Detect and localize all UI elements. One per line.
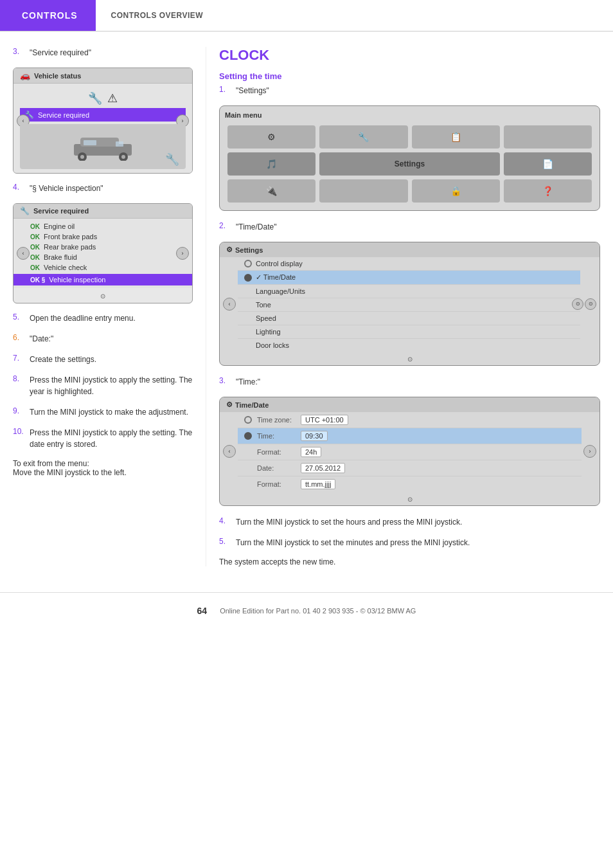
screen-service-list: 🔧 Service required ‹ › OK Engine oil OK … (13, 203, 193, 303)
timedate-gear-icon: ⚙ (226, 401, 233, 409)
menu-icon-9: 🔌 (227, 179, 315, 203)
service-item-1: OK Front brake pads (30, 231, 186, 242)
service-required-row: 🔧 Service required (20, 108, 186, 122)
step-7-num: 7. (13, 354, 26, 363)
ok-3: OK (30, 254, 40, 261)
step-8-num: 8. (13, 374, 26, 383)
timedate-row-format1: Format: 24h (238, 444, 582, 460)
spacer-lighting (244, 328, 252, 336)
service-item-3: OK Brake fluid (30, 252, 186, 262)
menu-icon-5: 🎵 (227, 152, 315, 176)
service-required-label: Service required (38, 111, 89, 119)
right-step-3: 3. "Time:" (219, 376, 600, 388)
screen-vehicle-status: 🚗 Vehicle status ‹ › 🔧 ⚠ 🔧 Service requi… (13, 68, 193, 174)
ok-1: OK (30, 233, 40, 240)
svg-rect-7 (84, 140, 96, 145)
main-content: 3. "Service required" 🚗 Vehicle status ‹… (0, 47, 613, 566)
ok-2: OK (30, 244, 40, 251)
step-3-text: "Service required" (30, 47, 91, 59)
service-item-4: OK Vehicle check (30, 262, 186, 273)
format1-value: 24h (301, 447, 321, 457)
settings-item-control-display: Control display (238, 257, 580, 271)
right-step-3-text: "Time:" (236, 376, 260, 388)
screen-main-menu: Main menu ⚙ 🔧 📋 🎵 Settings 📄 🔌 🔒 (219, 105, 600, 211)
service-label-4: Vehicle check (44, 264, 87, 271)
settings-item-speed: Speed (238, 312, 580, 325)
tab-controls[interactable]: CONTROLS (4, 0, 96, 31)
timedate-row-time: Time: 09:30 (238, 428, 582, 444)
right-step-1-num: 1. (219, 85, 232, 94)
radio-timezone (244, 416, 252, 424)
timedate-screen-title: Time/Date (235, 401, 269, 409)
step-4-num: 4. (13, 183, 26, 192)
timedate-nav-left[interactable]: ‹ (223, 445, 236, 458)
tab-overview[interactable]: CONTROLS OVERVIEW (96, 0, 219, 31)
screen1-title-bar: 🚗 Vehicle status (13, 68, 192, 84)
step-5-num: 5. (13, 312, 26, 321)
main-menu-title: Main menu (225, 111, 594, 119)
date-label: Date: (257, 464, 296, 472)
right-step-3-num: 3. (219, 376, 232, 385)
car-svg (64, 132, 141, 161)
setting-time-heading: Setting the time (219, 71, 600, 81)
step-9-num: 9. (13, 406, 26, 415)
timedate-row-format2: Format: tt.mm.jjjj (238, 476, 582, 492)
exit-text: To exit from the menu: Move the MINI joy… (13, 459, 193, 477)
timedate-nav-right[interactable]: › (583, 445, 596, 458)
timedate-screen-header: ⚙ Time/Date (220, 397, 600, 412)
timedate-rows: Time zone: UTC +01:00 Time: 09:30 Format… (238, 412, 582, 492)
nav-bar: CONTROLS CONTROLS OVERVIEW (0, 0, 613, 32)
step-4-text: "§ Vehicle inspection" (30, 183, 103, 194)
timedate-row-date: Date: 27.05.2012 (238, 460, 582, 476)
step-7: 7. Create the settings. (13, 354, 193, 365)
settings-item-timedate: ✓ Time/Date (238, 271, 580, 285)
timedate-dot: ⊙ (407, 496, 413, 503)
screen2-bottom-dot: ⊙ (13, 288, 192, 303)
settings-bottom-dot: ⊙ (220, 352, 600, 365)
spacer-speed (244, 314, 252, 322)
time-value: 09:30 (301, 431, 328, 441)
right-column: CLOCK Setting the time 1. "Settings" Mai… (206, 47, 600, 566)
screen2-nav-left[interactable]: ‹ (17, 247, 30, 260)
footer-text: Online Edition for Part no. 01 40 2 903 … (220, 607, 416, 615)
right-step-4-text: Turn the MINI joystick to set the hours … (236, 516, 462, 528)
ok-4: OK (30, 264, 40, 271)
step-5: 5. Open the deadline entry menu. (13, 312, 193, 324)
menu-icon-10 (319, 179, 407, 203)
step-3: 3. "Service required" (13, 47, 193, 59)
radio-control-display (244, 260, 252, 267)
settings-item-tone: Tone (238, 298, 580, 312)
accept-text: The system accepts the new time. (219, 557, 600, 566)
step-7-text: Create the settings. (30, 354, 96, 365)
timezone-value: UTC +01:00 (301, 415, 348, 425)
settings-nav-left[interactable]: ‹ (223, 298, 236, 311)
settings-label-4: Speed (256, 314, 276, 322)
svg-rect-6 (116, 141, 123, 147)
settings-item-language: Language/Units (238, 285, 580, 298)
service-item-2: OK Rear brake pads (30, 242, 186, 252)
service-label-0: Engine oil (44, 222, 75, 230)
settings-label-2: Language/Units (256, 287, 305, 295)
page-footer: 64 Online Edition for Part no. 01 40 2 9… (0, 592, 613, 629)
vehicle-status-icon: 🚗 (20, 71, 30, 80)
menu-icon-11: 🔒 (412, 179, 500, 203)
step-9: 9. Turn the MINI joystick to make the ad… (13, 406, 193, 418)
settings-nav-right[interactable]: ⊙ ⊙ (572, 298, 596, 310)
right-step-5: 5. Turn the MINI joystick to set the min… (219, 537, 600, 548)
screen2-title: Service required (33, 207, 89, 215)
settings-item-lighting: Lighting (238, 325, 580, 339)
screen2-nav-right[interactable]: › (176, 247, 189, 260)
service-label-2: Rear brake pads (44, 243, 96, 251)
ok-5: OK § (30, 276, 45, 284)
format2-value: tt.mm.jjjj (301, 479, 335, 489)
service-label-1: Front brake pads (44, 233, 97, 240)
right-step-1: 1. "Settings" (219, 85, 600, 96)
page-number: 64 (197, 606, 208, 616)
timedate-bottom-dot: ⊙ (220, 492, 600, 505)
format2-label: Format: (257, 480, 296, 488)
radio-time (244, 432, 252, 440)
screen2-title-bar: 🔧 Service required (13, 204, 192, 219)
menu-icon-4 (504, 125, 592, 149)
step-10-text: Press the MINI joystick to apply the set… (30, 427, 193, 450)
spacer-tone (244, 301, 252, 309)
